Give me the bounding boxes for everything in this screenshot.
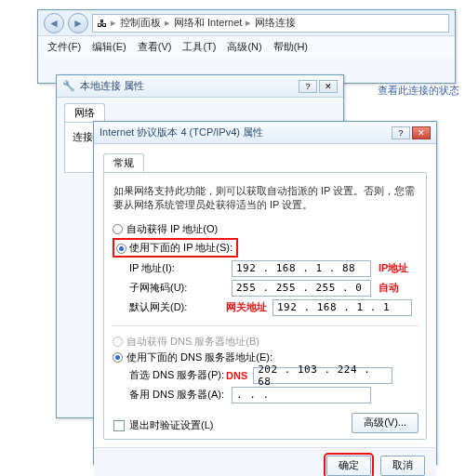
close-button[interactable]: ✕ [412,126,431,139]
gateway-label: 默认网关(D): [129,300,232,314]
explorer-window: ◄ ► 🖧 ▸ 控制面板 ▸ 网络和 Internet ▸ 网络连接 文件(F)… [37,9,456,84]
annotation-dns: DNS [226,370,247,381]
window-title: 本地连接 属性 [80,79,294,93]
status-link[interactable]: 查看此连接的状态 [378,84,459,98]
ip-address-input[interactable]: 192 . 168 . 1 . 88 [232,260,371,277]
address-bar-row: ◄ ► 🖧 ▸ 控制面板 ▸ 网络和 Internet ▸ 网络连接 [38,10,455,36]
annotation-auto: 自动 [379,281,399,295]
titlebar: 🔧 本地连接 属性 ? ✕ [57,75,343,98]
ip-group: 自动获得 IP 地址(O) 使用下面的 IP 地址(S): IP 地址(I): … [112,219,418,320]
tab-general[interactable]: 常规 [103,153,144,172]
titlebar: Internet 协议版本 4 (TCP/IPv4) 属性 ? ✕ [94,122,436,144]
annotation-gateway: 网关地址 [226,300,267,314]
dns2-label: 备用 DNS 服务器(A): [129,388,232,402]
address-bar[interactable]: 🖧 ▸ 控制面板 ▸ 网络和 Internet ▸ 网络连接 [92,14,449,33]
annotation-highlight: 使用下面的 IP 地址(S): [113,238,238,258]
dns1-label: 首选 DNS 服务器(P): [129,368,232,382]
folder-icon: 🖧 [97,18,107,29]
radio-manual-ip[interactable] [116,244,126,254]
radio-auto-ip[interactable] [113,224,123,234]
radio-auto-dns [113,337,123,347]
ip-address-label: IP 地址(I): [129,261,232,275]
dns-group: 自动获得 DNS 服务器地址(B) 使用下面的 DNS 服务器地址(E): 首选… [112,332,418,407]
gateway-input[interactable]: 192 . 168 . 1 . 1 [272,299,412,316]
radio-manual-ip-label: 使用下面的 IP 地址(S): [129,242,232,253]
menu-help[interactable]: 帮助(H) [273,40,308,54]
annotation-ip: IP地址 [379,261,408,275]
validate-on-exit-checkbox[interactable] [113,420,125,431]
help-button[interactable]: ? [299,80,317,93]
network-icon: 🔧 [62,80,75,93]
radio-auto-dns-label: 自动获得 DNS 服务器地址(B) [126,335,259,349]
dns1-input[interactable]: 202 . 103 . 224 . 68 [253,367,392,384]
breadcrumb-item[interactable]: 控制面板 [120,16,161,30]
menu-tools[interactable]: 工具(T) [182,40,216,54]
advanced-button[interactable]: 高级(V)... [352,413,418,433]
tab-network[interactable]: 网络 [64,103,105,122]
subnet-mask-input[interactable]: 255 . 255 . 255 . 0 [232,280,371,297]
dns2-input[interactable]: . . . [232,387,371,403]
nav-back-button[interactable]: ◄ [44,13,64,33]
menu-advanced[interactable]: 高级(N) [227,40,261,54]
description-text: 如果网络支持此功能，则可以获取自动指派的 IP 设置。否则，您需要从网络系统管理… [113,184,417,212]
window-title: Internet 协议版本 4 (TCP/IPv4) 属性 [100,126,387,139]
dialog-button-row: 确定 取消 [94,447,436,476]
menu-bar: 文件(F) 编辑(E) 查看(V) 工具(T) 高级(N) 帮助(H) [38,36,455,58]
menu-file[interactable]: 文件(F) [47,40,81,54]
cancel-button[interactable]: 取消 [380,456,425,476]
radio-manual-dns[interactable] [113,352,123,363]
radio-manual-dns-label: 使用下面的 DNS 服务器地址(E): [126,350,272,364]
breadcrumb-item[interactable]: 网络和 Internet [174,16,242,30]
radio-auto-ip-label: 自动获得 IP 地址(O) [126,222,218,236]
breadcrumb-item[interactable]: 网络连接 [255,16,296,30]
subnet-mask-label: 子网掩码(U): [129,281,232,295]
close-button[interactable]: ✕ [319,80,338,93]
menu-edit[interactable]: 编辑(E) [92,40,126,54]
menu-view[interactable]: 查看(V) [138,40,172,54]
nav-forward-button[interactable]: ► [68,13,88,33]
help-button[interactable]: ? [392,126,410,139]
ok-button[interactable]: 确定 [326,456,371,476]
tcpip-properties-dialog: Internet 协议版本 4 (TCP/IPv4) 属性 ? ✕ 常规 如果网… [93,121,437,465]
validate-on-exit-label: 退出时验证设置(L) [129,418,213,432]
